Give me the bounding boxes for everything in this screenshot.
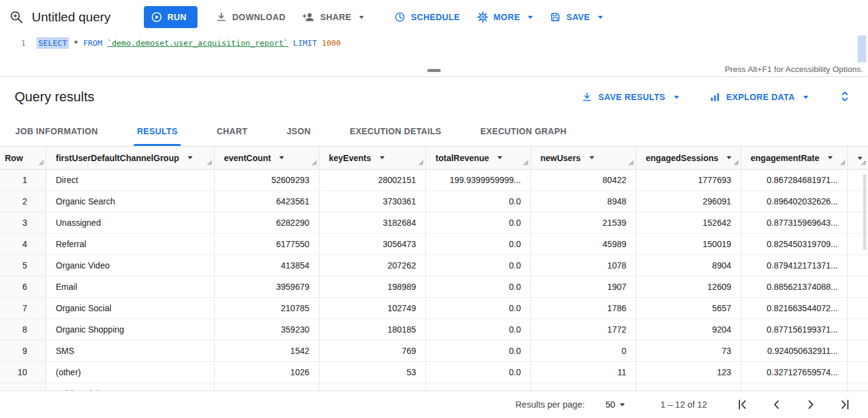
table-cell: 359230 bbox=[214, 319, 319, 340]
row-number-cell: 4 bbox=[0, 233, 46, 254]
table-cell: 0.877315969643... bbox=[741, 212, 847, 233]
table-cell-overflow bbox=[847, 276, 868, 297]
sql-editor[interactable]: 1 SELECT * FROM `demo.demoset.user_acqui… bbox=[0, 34, 868, 77]
accessibility-hint: Press Alt+F1 for Accessibility Options. bbox=[725, 65, 863, 74]
clock-icon bbox=[394, 12, 405, 23]
query-title: Untitled query bbox=[32, 10, 111, 24]
table-cell: 28002151 bbox=[319, 169, 425, 190]
save-button[interactable]: SAVE bbox=[550, 12, 603, 23]
sort-dropdown-icon[interactable] bbox=[188, 156, 193, 159]
table-row: 4Referral617755030564730.0459891500190.8… bbox=[0, 233, 868, 254]
panel-resize-handle[interactable] bbox=[427, 69, 441, 72]
table-cell: 0.0 bbox=[425, 276, 530, 297]
save-results-button[interactable]: SAVE RESULTS bbox=[582, 92, 679, 103]
column-resize-icon[interactable] bbox=[418, 159, 424, 166]
row-number-cell: 9 bbox=[0, 340, 46, 361]
table-cell: 5657 bbox=[636, 297, 741, 319]
sort-dropdown-icon[interactable] bbox=[497, 156, 502, 159]
row-number-cell: 3 bbox=[0, 212, 46, 233]
column-header-event-count[interactable]: eventCount bbox=[214, 146, 319, 169]
sort-dropdown-icon[interactable] bbox=[828, 156, 833, 159]
last-page-button[interactable] bbox=[838, 397, 852, 412]
table-cell: 12609 bbox=[636, 276, 741, 297]
more-button[interactable]: MORE bbox=[477, 12, 533, 23]
table-cell: SMS bbox=[46, 340, 214, 361]
table-cell: 3730361 bbox=[319, 190, 425, 212]
sql-line[interactable]: SELECT * FROM `demo.demoset.user_acquisi… bbox=[37, 37, 341, 49]
sort-dropdown-icon[interactable] bbox=[589, 156, 594, 159]
table-cell: Organic Video bbox=[46, 254, 214, 276]
column-header-key-events[interactable]: keyEvents bbox=[319, 146, 425, 169]
table-cell-overflow bbox=[847, 297, 868, 319]
table-row: 10(other)1026530.0111230.327127659574... bbox=[0, 361, 868, 383]
table-cell: Organic Search bbox=[46, 190, 214, 212]
tab-results[interactable]: RESULTS bbox=[137, 117, 178, 146]
column-resize-icon[interactable] bbox=[311, 159, 318, 166]
tab-chart[interactable]: CHART bbox=[216, 117, 247, 146]
sort-dropdown-icon[interactable] bbox=[727, 156, 731, 159]
dropdown-caret-icon bbox=[598, 16, 603, 19]
table-cell: Unassigned bbox=[46, 212, 214, 233]
expand-results-button[interactable] bbox=[839, 90, 851, 104]
column-resize-icon[interactable] bbox=[523, 159, 529, 166]
schedule-button[interactable]: SCHEDULE bbox=[394, 12, 460, 23]
table-cell: Referral bbox=[46, 233, 214, 254]
column-header-overflow[interactable] bbox=[847, 146, 868, 169]
column-header-first-user-default-channel-group[interactable]: firstUserDefaultChannelGroup bbox=[46, 146, 214, 169]
table-cell: 9 bbox=[636, 383, 741, 391]
chevron-left-icon bbox=[769, 397, 784, 412]
sort-dropdown-icon[interactable] bbox=[279, 156, 284, 159]
column-resize-icon[interactable] bbox=[840, 159, 846, 166]
table-row: 1Direct5260929328002151199.9399959999...… bbox=[0, 169, 868, 190]
tab-json[interactable]: JSON bbox=[286, 117, 311, 146]
sort-dropdown-icon[interactable] bbox=[380, 156, 385, 159]
table-cell: Direct bbox=[46, 169, 214, 190]
table-cell: 1026 bbox=[214, 361, 319, 383]
first-page-button[interactable] bbox=[735, 397, 750, 412]
share-button[interactable]: SHARE bbox=[302, 12, 364, 23]
column-resize-icon[interactable] bbox=[733, 159, 739, 166]
table-row: 6Email39596791989890.01907126090.8856213… bbox=[0, 276, 868, 297]
table-cell: 0.924050632911... bbox=[741, 340, 847, 361]
table-cell: 1.0 bbox=[741, 383, 847, 391]
sql-token: FROM bbox=[83, 38, 102, 48]
table-cell: 0.0 bbox=[425, 319, 530, 340]
table-cell: 0.0 bbox=[425, 254, 530, 276]
results-per-page-label: Results per page: bbox=[516, 400, 585, 409]
column-resize-icon[interactable] bbox=[628, 159, 635, 166]
column-header-row[interactable]: Row bbox=[0, 146, 46, 169]
tab-job-information[interactable]: JOB INFORMATION bbox=[15, 117, 98, 146]
previous-page-button[interactable] bbox=[769, 397, 784, 412]
column-header-engaged-sessions[interactable]: engagedSessions bbox=[636, 146, 741, 169]
tab-execution-graph[interactable]: EXECUTION GRAPH bbox=[480, 117, 566, 146]
download-button-label: DOWNLOAD bbox=[232, 12, 285, 22]
column-resize-icon[interactable] bbox=[38, 159, 44, 166]
table-scrollbar[interactable] bbox=[863, 174, 866, 250]
dropdown-caret-icon bbox=[359, 16, 364, 19]
table-cell: 1777693 bbox=[636, 169, 741, 190]
line-number: 1 bbox=[0, 37, 37, 49]
table-cell: 296091 bbox=[636, 190, 741, 212]
table-cell-overflow bbox=[847, 383, 868, 391]
dropdown-caret-icon bbox=[528, 16, 533, 19]
run-button[interactable]: RUN bbox=[144, 6, 198, 28]
column-header-total-revenue[interactable]: totalRevenue bbox=[425, 146, 530, 169]
table-cell-overflow bbox=[847, 340, 868, 361]
column-resize-icon[interactable] bbox=[207, 159, 213, 166]
download-button[interactable]: DOWNLOAD bbox=[216, 12, 285, 23]
schedule-button-label: SCHEDULE bbox=[411, 12, 460, 22]
save-icon bbox=[550, 12, 561, 23]
column-header-new-users[interactable]: newUsers bbox=[530, 146, 636, 169]
editor-scrollbar[interactable] bbox=[858, 35, 866, 62]
column-header-engagement-rate[interactable]: engagementRate bbox=[741, 146, 847, 169]
person-add-icon bbox=[302, 12, 315, 23]
tab-execution-details[interactable]: EXECUTION DETAILS bbox=[350, 117, 441, 146]
table-cell: 0.821663544072... bbox=[741, 297, 847, 319]
next-page-button[interactable] bbox=[803, 397, 818, 412]
table-cell: 0 bbox=[530, 383, 636, 391]
table-cell: 0.825450319709... bbox=[741, 233, 847, 254]
page-size-select[interactable]: 50 bbox=[605, 400, 625, 409]
column-resize-icon[interactable] bbox=[861, 159, 867, 166]
explore-data-button[interactable]: EXPLORE DATA bbox=[710, 92, 808, 103]
sql-table-link[interactable]: `demo.demoset.user_acquisition_report` bbox=[107, 38, 288, 48]
